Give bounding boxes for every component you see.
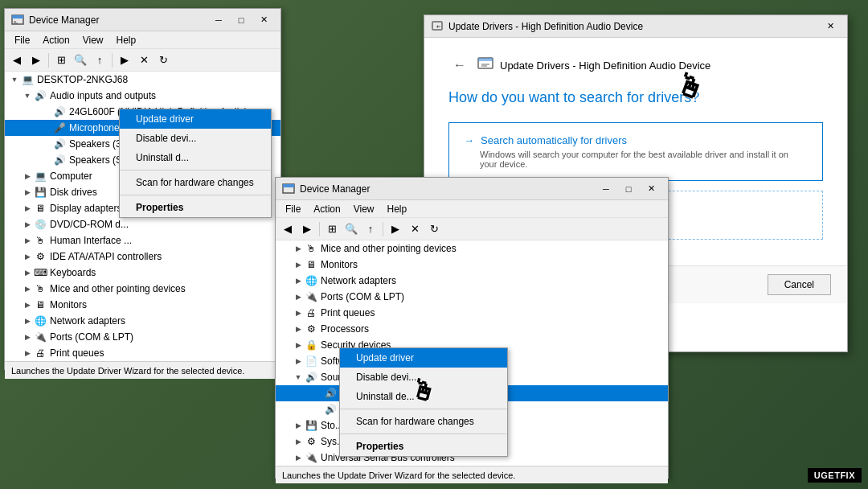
ctx-sep-1 — [120, 170, 271, 171]
maximize-btn-2[interactable]: □ — [618, 181, 639, 197]
scan-btn-2[interactable]: 🔍 — [342, 220, 360, 238]
ctx-update-driver-1[interactable]: Update driver — [120, 109, 271, 129]
expand-keyboards[interactable]: ▶ — [21, 266, 34, 279]
expand2-software[interactable]: ▶ — [292, 355, 305, 368]
tree-mice[interactable]: ▶ 🖱 Mice and other pointing devices — [5, 281, 280, 297]
cancel-button[interactable]: Cancel — [768, 274, 831, 295]
expand2-system[interactable]: ▶ — [292, 435, 305, 448]
expand2-network[interactable]: ▶ — [292, 274, 305, 287]
menu-action-1[interactable]: Action — [36, 33, 76, 47]
enable-btn-2[interactable]: ▶ — [387, 220, 404, 238]
properties-btn-1[interactable]: ⊞ — [52, 51, 70, 69]
update-option-auto[interactable]: → Search automatically for drivers Windo… — [448, 122, 823, 181]
network-icon-2: 🌐 — [305, 274, 317, 287]
properties-btn-2[interactable]: ⊞ — [323, 220, 341, 238]
ctx-properties-1[interactable]: Properties — [120, 198, 271, 217]
update-window-controls[interactable]: ✕ — [820, 18, 841, 35]
window-controls-2[interactable]: ─ □ ✕ — [596, 181, 661, 197]
minimize-btn-2[interactable]: ─ — [596, 181, 616, 197]
menu-file-2[interactable]: File — [279, 202, 307, 216]
update-btn-2[interactable]: ↑ — [362, 220, 379, 238]
update-close-btn[interactable]: ✕ — [820, 18, 841, 35]
expand-audio-1[interactable] — [47, 105, 53, 118]
expand2-ports[interactable]: ▶ — [292, 290, 305, 303]
expand-audio-2[interactable] — [47, 121, 53, 134]
tree2-print[interactable]: ▶ 🖨 Print queues — [276, 305, 668, 321]
context-menu-1[interactable]: Update driver Disable devi... Uninstall … — [119, 109, 272, 218]
expand2-processors[interactable]: ▶ — [292, 323, 305, 335]
window-controls-1[interactable]: ─ □ ✕ — [208, 12, 274, 28]
expand-ide[interactable]: ▶ — [21, 250, 34, 263]
tree-network[interactable]: ▶ 🌐 Network adapters — [5, 313, 280, 329]
expand2-print[interactable]: ▶ — [292, 306, 305, 319]
tree-hid[interactable]: ▶ 🖱 Human Interface ... — [5, 232, 280, 249]
context-menu-2[interactable]: Update driver Disable devi... Uninstall … — [339, 347, 508, 457]
menu-view-2[interactable]: View — [347, 202, 381, 216]
speaker-icon-2: 🔊 — [53, 138, 66, 150]
tree-root-1[interactable]: ▼ 💻 DESKTOP-2NKGJ68 — [5, 72, 280, 88]
refresh-btn-1[interactable]: ↻ — [154, 51, 172, 69]
expand2-security[interactable]: ▶ — [292, 339, 305, 351]
expand-monitors[interactable]: ▶ — [21, 298, 34, 311]
menu-help-2[interactable]: Help — [381, 202, 414, 216]
expand-audio[interactable]: ▼ — [21, 89, 34, 102]
expand-root-1[interactable]: ▼ — [8, 73, 21, 86]
tree-ide[interactable]: ▶ ⚙ IDE ATA/ATAPI controllers — [5, 249, 280, 265]
expand-ports[interactable]: ▶ — [21, 331, 34, 343]
tree-ports[interactable]: ▶ 🔌 Ports (COM & LPT) — [5, 329, 280, 345]
expand-hid[interactable]: ▶ — [21, 234, 34, 247]
close-btn-2[interactable]: ✕ — [641, 181, 661, 197]
tree-monitors[interactable]: ▶ 🖥 Monitors — [5, 297, 280, 313]
expand2-usb[interactable]: ▶ — [292, 451, 305, 464]
expand-print[interactable]: ▶ — [21, 347, 34, 360]
ctx-uninstall-device-1[interactable]: Uninstall d... — [120, 148, 271, 167]
update-back-btn[interactable]: ← — [448, 54, 471, 76]
tree2-mice[interactable]: ▶ 🖱 Mice and other pointing devices — [276, 240, 668, 257]
expand2-monitors[interactable]: ▶ — [292, 258, 305, 271]
expand-dvd[interactable]: ▶ — [21, 218, 34, 231]
menu-help-1[interactable]: Help — [110, 33, 143, 47]
expand-mice[interactable]: ▶ — [21, 282, 34, 295]
maximize-btn-1[interactable]: □ — [231, 12, 252, 28]
forward-btn-2[interactable]: ▶ — [298, 220, 316, 238]
expand-computer[interactable]: ▶ — [21, 170, 34, 183]
menu-action-2[interactable]: Action — [307, 202, 346, 216]
expand2-mice[interactable]: ▶ — [292, 242, 305, 255]
back-btn-2[interactable]: ◀ — [279, 220, 297, 238]
tree-dvd[interactable]: ▶ 💿 DVD/CD-ROM d... — [5, 216, 280, 232]
forward-btn-1[interactable]: ▶ — [27, 51, 45, 69]
close-btn-1[interactable]: ✕ — [253, 12, 274, 28]
menu-bar-1: File Action View Help — [5, 31, 280, 49]
update-option-auto-title: → Search automatically for drivers — [464, 134, 808, 146]
scan-btn-1[interactable]: 🔍 — [72, 51, 89, 69]
minimize-btn-1[interactable]: ─ — [208, 12, 229, 28]
expand-display[interactable]: ▶ — [21, 202, 34, 215]
tree-print[interactable]: ▶ 🖨 Print queues — [5, 345, 280, 361]
refresh-btn-2[interactable]: ↻ — [425, 220, 443, 238]
enable-btn-1[interactable]: ▶ — [116, 51, 133, 69]
expand-disk[interactable]: ▶ — [21, 186, 34, 199]
uninstall-btn-1[interactable]: ✕ — [135, 51, 153, 69]
menu-file-1[interactable]: File — [8, 33, 36, 47]
expand2-storage[interactable]: ▶ — [292, 419, 305, 432]
ctx-uninstall-device-2[interactable]: Uninstall de... — [340, 387, 507, 406]
tree-audio-group[interactable]: ▼ 🔊 Audio inputs and outputs — [5, 88, 280, 104]
uninstall-btn-2[interactable]: ✕ — [406, 220, 424, 238]
ctx-properties-2[interactable]: Properties — [340, 437, 507, 456]
expand2-sound[interactable]: ▼ — [292, 371, 305, 384]
disk-icon: 💾 — [34, 186, 47, 199]
update-btn-1[interactable]: ↑ — [91, 51, 108, 69]
back-btn-1[interactable]: ◀ — [8, 51, 26, 69]
tree2-processors[interactable]: ▶ ⚙ Processors — [276, 321, 668, 337]
menu-view-1[interactable]: View — [76, 33, 110, 47]
expand-network[interactable]: ▶ — [21, 314, 34, 327]
tree2-monitors[interactable]: ▶ 🖥 Monitors — [276, 257, 668, 273]
ctx-disable-device-1[interactable]: Disable devi... — [120, 129, 271, 148]
ctx-scan-changes-2[interactable]: Scan for hardware changes — [340, 412, 507, 431]
tree2-ports[interactable]: ▶ 🔌 Ports (COM & LPT) — [276, 289, 668, 305]
ctx-disable-device-2[interactable]: Disable devi... — [340, 368, 507, 387]
tree2-network[interactable]: ▶ 🌐 Network adapters — [276, 273, 668, 289]
ctx-scan-changes-1[interactable]: Scan for hardware changes — [120, 173, 271, 192]
tree-keyboards[interactable]: ▶ ⌨ Keyboards — [5, 265, 280, 281]
ctx-update-driver-2[interactable]: Update driver — [340, 348, 507, 368]
